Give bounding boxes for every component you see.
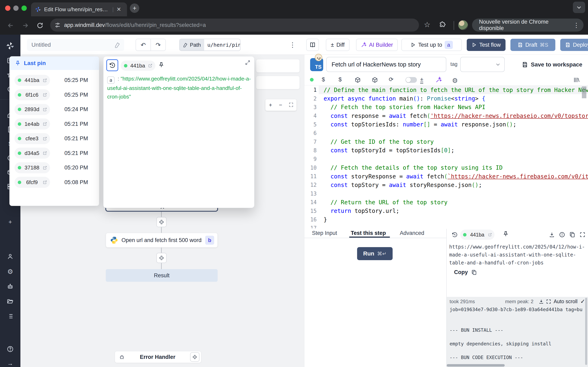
run-id-pill[interactable]: 37188 <box>15 162 50 173</box>
code-line[interactable]: 1// Define the main function to fetch th… <box>304 86 588 94</box>
external-link-icon[interactable] <box>148 63 153 68</box>
tag-select[interactable] <box>460 57 505 72</box>
diff-mode-icon[interactable]: ± <box>420 77 423 83</box>
add-step-button[interactable] <box>156 217 167 227</box>
code-line[interactable]: 13 <box>304 189 588 198</box>
line-content[interactable]: export async function main(): Promise<st… <box>319 94 588 103</box>
run-id-pill[interactable]: 6f1c6 <box>15 89 50 100</box>
expand-icon[interactable] <box>245 60 251 66</box>
browser-back-button[interactable] <box>6 21 15 30</box>
line-content[interactable]: return topStory.url; <box>319 207 588 215</box>
history-button[interactable] <box>106 59 118 71</box>
code-line[interactable]: 16} <box>304 215 588 224</box>
path-label-segment[interactable]: Path <box>180 39 204 50</box>
external-link-icon[interactable] <box>43 136 47 141</box>
package-lock-icon[interactable] <box>372 77 378 83</box>
sidebar-item-add[interactable]: + <box>7 218 14 226</box>
external-link-icon[interactable] <box>43 92 47 97</box>
log-vertical-scrollbar[interactable] <box>585 298 587 365</box>
pin-icon[interactable] <box>158 62 164 68</box>
download-icon[interactable] <box>549 232 555 238</box>
line-content[interactable]: const topStory = await storyResponse.jso… <box>319 181 588 189</box>
flow-preview-button[interactable] <box>306 39 319 51</box>
path-editor[interactable]: Path u/henri/pin <box>179 39 241 51</box>
browser-reload-button[interactable] <box>35 21 44 30</box>
variables-icon[interactable]: $ <box>322 77 325 82</box>
chrome-update-button[interactable]: Nouvelle version de Chrome disponible ⋮ <box>472 18 584 32</box>
external-link-icon[interactable] <box>43 180 47 184</box>
tab-advanced[interactable]: Advanced <box>400 230 424 236</box>
last-pin-row[interactable]: d34a5 05:21 PM <box>9 146 99 161</box>
auto-scroll-label[interactable]: Auto scroll <box>554 299 578 304</box>
tab-step-input[interactable]: Step Input <box>312 230 337 236</box>
last-pin-row[interactable]: 441ba 05:25 PM <box>9 73 99 88</box>
sidebar-item-folders[interactable] <box>7 298 14 305</box>
code-scrollbar-thumb[interactable] <box>582 86 586 98</box>
add-error-handler-button[interactable] <box>190 352 199 362</box>
editor-settings-icon[interactable]: ⚙ <box>452 77 458 84</box>
library-panel-icon[interactable] <box>573 77 580 83</box>
code-line[interactable]: 14 // Return the URL of the top story <box>304 198 588 207</box>
code-line[interactable]: 7 // Get the ID of the top story <box>304 137 588 146</box>
line-content[interactable] <box>319 155 588 163</box>
result-node[interactable]: Result <box>106 269 218 282</box>
code-line[interactable]: 17 <box>304 224 588 228</box>
ai-builder-button[interactable]: AI Builder <box>356 39 398 51</box>
run-id-pill[interactable]: 441ba <box>460 230 494 240</box>
line-content[interactable]: const topStoriesIds: number[] = await re… <box>319 120 588 129</box>
sidebar-item-workers[interactable] <box>7 283 14 290</box>
run-id-pill[interactable]: 441ba <box>15 75 50 86</box>
package-icon[interactable] <box>355 77 361 83</box>
external-link-icon[interactable] <box>43 166 47 170</box>
flow-trigger-node[interactable] <box>256 76 300 89</box>
sidebar-item-help[interactable] <box>7 345 14 353</box>
pinned-result-body[interactable]: a : "https://www.geoffreylitt.com/2025/0… <box>107 75 251 101</box>
run-id-pill[interactable]: d34a5 <box>15 148 50 159</box>
tab-test-this-step[interactable]: Test this step <box>351 230 386 236</box>
external-link-icon[interactable] <box>43 107 47 112</box>
line-content[interactable]: const storyResponse = await fetch(`https… <box>319 172 588 181</box>
tab-search-button[interactable] <box>573 2 585 13</box>
test-up-to-button[interactable]: Test up to a <box>401 39 462 51</box>
window-close-button[interactable] <box>5 6 10 11</box>
code-line[interactable]: 4 const response = await fetch('https://… <box>304 111 588 120</box>
run-id-pill[interactable]: cfee3 <box>15 133 50 144</box>
history-icon[interactable] <box>452 232 458 238</box>
pin-icon[interactable] <box>503 231 509 237</box>
flow-input-node[interactable] <box>256 59 300 73</box>
external-link-icon[interactable] <box>488 233 492 237</box>
code-line[interactable]: 12 const topStory = await storyResponse.… <box>304 181 588 189</box>
run-id-pill[interactable]: 441ba <box>121 60 155 71</box>
draft-button[interactable]: Draft ⌘S <box>510 39 555 51</box>
last-pin-row[interactable]: 6f1c6 05:25 PM <box>9 88 99 102</box>
code-line[interactable]: 9 <box>304 155 588 163</box>
sidebar-collapse-button[interactable]: → <box>7 360 14 367</box>
extensions-icon[interactable] <box>439 21 446 29</box>
download-logs-icon[interactable] <box>539 299 544 304</box>
fit-view-button[interactable]: ⛶ <box>289 102 293 108</box>
line-content[interactable]: // Return the URL of the top story <box>319 198 588 207</box>
run-id-pill[interactable]: 2893d <box>15 104 50 115</box>
line-content[interactable]: const topStoryId = topStoriesIds[0]; <box>319 146 588 155</box>
external-link-icon[interactable] <box>43 78 47 83</box>
copy-json-icon[interactable] <box>569 232 575 238</box>
result-url[interactable]: https://www.geoffreylitt.com/2025/04/12/… <box>449 243 586 267</box>
bookmark-star-icon[interactable]: ☆ <box>424 20 430 29</box>
code-line[interactable]: 2export async function main(): Promise<s… <box>304 94 588 103</box>
zoom-out-button[interactable]: − <box>279 102 282 108</box>
sidebar-item-settings[interactable]: ⚙ <box>7 268 14 275</box>
external-link-icon[interactable] <box>43 122 47 126</box>
info-icon[interactable] <box>559 232 565 238</box>
line-content[interactable]: const response = await fetch('https://ha… <box>319 111 588 120</box>
line-content[interactable]: // Fetch the top stories from Hacker New… <box>319 103 588 111</box>
diff-button[interactable]: ± Diff <box>326 39 350 51</box>
code-line[interactable]: 11 const storyResponse = await fetch(`ht… <box>304 172 588 181</box>
resources-icon[interactable]: $ <box>338 77 342 82</box>
new-tab-button[interactable]: + <box>130 3 139 13</box>
line-content[interactable]: } <box>319 215 588 224</box>
external-link-icon[interactable] <box>43 151 47 155</box>
last-pin-row[interactable]: 37188 05:20 PM <box>9 160 99 175</box>
ai-assist-icon[interactable] <box>435 77 442 83</box>
code-editor[interactable]: 1// Define the main function to fetch th… <box>304 86 588 228</box>
edit-pencil-icon[interactable] <box>114 42 121 48</box>
